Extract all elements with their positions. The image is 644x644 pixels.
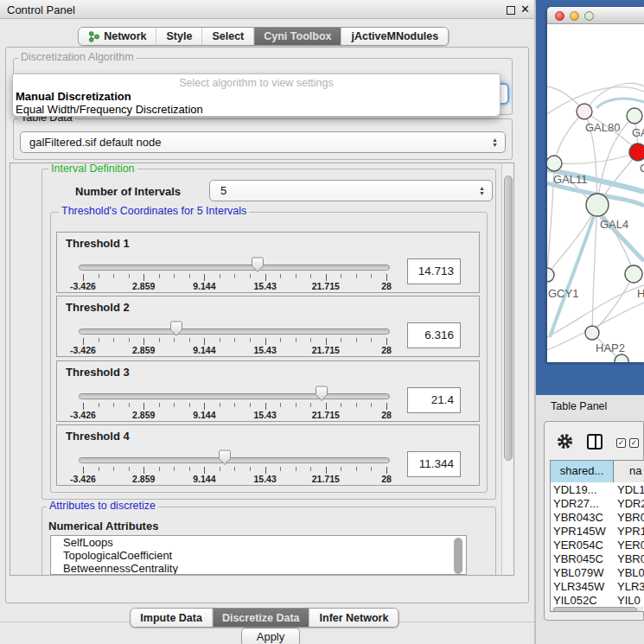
network-node[interactable] (585, 326, 599, 340)
threshold-2-slider-thumb[interactable] (169, 321, 183, 337)
tab-style[interactable]: Style (157, 28, 203, 45)
cell-name[interactable]: YLR3 (617, 580, 644, 593)
cell-shared-name[interactable]: YPR145W (553, 525, 606, 538)
tab-impute-data[interactable]: Impute Data (131, 609, 213, 627)
cell-shared-name[interactable]: YLR345W (553, 580, 604, 593)
cell-name[interactable]: YPR1 (617, 525, 644, 538)
network-node-label: HAP2 (596, 341, 625, 354)
threshold-4-value-field[interactable]: 11.344 (407, 451, 461, 477)
zoom-traffic-light[interactable] (584, 11, 594, 21)
scale-tick-label: -3.426 (70, 474, 96, 484)
table-data-combobox[interactable]: galFiltered.sif default node ▲▼ (20, 131, 506, 153)
tab-network[interactable]: Network (79, 28, 156, 45)
tick-marks-major (83, 338, 387, 345)
cell-shared-name[interactable]: YDR27... (553, 497, 599, 510)
network-node-label: GAL11 (553, 173, 588, 186)
attribute-list-item[interactable]: TopologicalCoefficient (51, 549, 466, 562)
checkbox-icon[interactable]: ✓ (629, 438, 639, 448)
cell-name[interactable]: YBR0 (617, 552, 644, 565)
network-edge-highlighted[interactable] (550, 216, 594, 337)
network-edge-highlighted[interactable] (596, 99, 644, 108)
tab-cyni-toolbox[interactable]: Cyni Toolbox (254, 28, 341, 45)
table-row[interactable]: YLR345WYLR3 (551, 580, 644, 594)
node-attribute-table[interactable]: shared... na YDL19...YDL1YDR27...YDR2YBR… (550, 460, 644, 612)
network-node[interactable] (629, 143, 644, 161)
cell-name[interactable]: YDL1 (617, 483, 644, 496)
cell-name[interactable]: YBR0 (617, 511, 644, 524)
column-header-name[interactable]: na (614, 461, 644, 482)
checkbox-icon[interactable]: ✓ (616, 438, 626, 448)
network-window-titlebar[interactable] (547, 7, 644, 24)
tab-discretize-data[interactable]: Discretize Data (213, 609, 310, 627)
network-node[interactable] (547, 156, 562, 171)
network-node[interactable] (625, 265, 642, 283)
cell-name[interactable]: YBL0 (617, 566, 644, 579)
scale-tick-label: 28 (381, 345, 392, 355)
split-columns-icon[interactable] (587, 434, 603, 450)
threshold-1-slider-track[interactable] (79, 265, 390, 271)
network-node[interactable] (586, 194, 609, 216)
cell-shared-name[interactable]: YBR043C (553, 511, 603, 524)
threshold-3-slider-track[interactable] (79, 393, 390, 399)
network-edge[interactable] (595, 274, 634, 330)
threshold-1-value-field[interactable]: 14.713 (407, 258, 461, 284)
threshold-3-title: Threshold 3 (66, 366, 130, 379)
table-row[interactable]: YDR27...YDR2 (551, 497, 644, 511)
cell-shared-name[interactable]: YBR045C (553, 552, 603, 565)
numerical-attributes-list[interactable]: SelfLoopsTopologicalCoefficientBetweenne… (50, 535, 467, 575)
attribute-list-item[interactable]: BetweennessCentrality (51, 562, 466, 575)
threshold-2-title: Threshold 2 (66, 301, 130, 314)
cell-name[interactable]: YER0 (617, 539, 644, 552)
tab-network-label: Network (104, 30, 146, 42)
cell-shared-name[interactable]: YDL19... (553, 483, 597, 496)
table-row[interactable]: YDL19...YDL1 (551, 483, 644, 497)
algorithm-dropdown-popup: Select algorithm to view settings Manual… (12, 73, 501, 117)
float-window-icon[interactable] (507, 6, 515, 15)
threshold-4-slider-track[interactable] (79, 457, 390, 463)
cell-name[interactable]: YIL0 (617, 594, 641, 605)
main-scrollbar-thumb[interactable] (504, 175, 513, 461)
cell-name[interactable]: YDR2 (617, 497, 644, 510)
table-row[interactable]: YBR045CYBR0 (551, 552, 644, 566)
network-canvas[interactable]: GAL80GACGAL11GAL4GCY1HHAP2 (547, 24, 644, 362)
tab-select[interactable]: Select (202, 28, 254, 45)
threshold-2-slider-track[interactable] (79, 328, 390, 335)
close-traffic-light[interactable] (555, 11, 564, 21)
apply-button[interactable]: Apply (241, 628, 300, 644)
table-hscrollbar-track[interactable] (552, 607, 643, 612)
column-header-shared-name[interactable]: shared... (551, 461, 614, 482)
cell-shared-name[interactable]: YER054C (553, 539, 603, 552)
table-row[interactable]: YBL079WYBL0 (551, 566, 644, 580)
threshold-2-value-field[interactable]: 6.316 (407, 322, 461, 348)
network-edge[interactable] (554, 112, 584, 163)
network-node[interactable] (615, 354, 628, 362)
table-row[interactable]: YIL052CYIL0 (551, 594, 644, 605)
gear-icon[interactable] (557, 433, 573, 450)
network-node[interactable] (547, 268, 554, 282)
network-node[interactable] (627, 108, 642, 124)
table-row[interactable]: YPR145WYPR1 (551, 525, 644, 539)
table-row[interactable]: YER054CYER0 (551, 539, 644, 552)
tab-infer-network[interactable]: Infer Network (310, 609, 399, 627)
scale-tick-label: 2.859 (132, 474, 155, 484)
attribute-list-item[interactable]: SelfLoops (51, 536, 466, 549)
network-edge[interactable] (548, 205, 597, 273)
network-edge[interactable] (554, 152, 638, 163)
network-node[interactable] (577, 104, 592, 119)
popup-item-equal-width[interactable]: Equal Width/Frequency Discretization (16, 103, 203, 116)
cell-shared-name[interactable]: YIL052C (553, 594, 597, 605)
threshold-1-slider-thumb[interactable] (251, 257, 265, 273)
main-scrollbar-track[interactable] (501, 163, 514, 576)
attributes-list-scrollbar[interactable] (454, 538, 462, 574)
threshold-4-slider-thumb[interactable] (218, 450, 232, 466)
table-hscrollbar-thumb[interactable] (553, 607, 637, 612)
number-of-intervals-combobox[interactable]: 5 ▲▼ (209, 180, 493, 201)
minimize-traffic-light[interactable] (570, 11, 579, 21)
popup-item-manual-discretization[interactable]: Manual Discretization (16, 90, 131, 103)
tab-jactivemnodules[interactable]: jActiveMNodules (342, 28, 449, 45)
cell-shared-name[interactable]: YBL079W (553, 566, 604, 579)
threshold-3-value-field[interactable]: 21.4 (407, 387, 461, 413)
threshold-3-slider-thumb[interactable] (315, 386, 328, 402)
table-row[interactable]: YBR043CYBR0 (551, 511, 644, 525)
close-icon[interactable]: ✕ (520, 3, 530, 16)
